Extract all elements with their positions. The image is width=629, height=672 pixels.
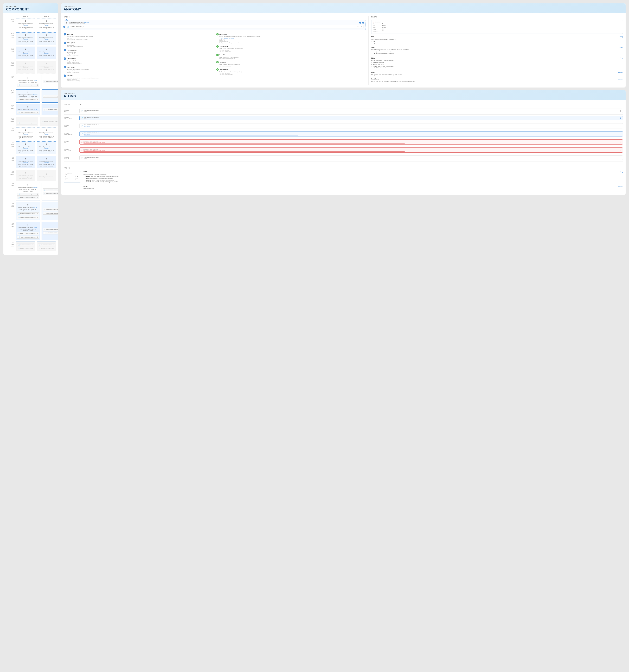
row-single-empty-hover: SingleEmptyHover ⬆ Glisser/déposer un fi… [5, 32, 56, 45]
trash-icon-hover[interactable]: 🗑 [620, 117, 621, 119]
file-icon-readonly: 📄 [81, 157, 83, 159]
variant-s-multi-filled[interactable]: 📄 Avis.BRET-2022434343.pdf 🗑 📄 Avis.BRET… [42, 182, 58, 200]
variant-m-single-filled-hover[interactable]: ⬆ Glisser/déposer un fichier ou Parcouri… [16, 89, 40, 102]
anatomy-panel: FILE UPLOAD ANATOMY SPECS 1 ⬆ Gli [61, 3, 626, 88]
trash-icon-default[interactable]: 🗑 [620, 110, 621, 112]
variant-s-multi-filled-disabled: 📄 Avis.BRET-2022434343.pdf 📄 Avis.BRET-2… [36, 241, 56, 251]
file-icon-hover: 📄 [81, 117, 83, 119]
file-item-single-filled-s: 📄 Avis.BRET-2022434343.pdf 0,5%o 🗑 [43, 80, 58, 83]
file-button-default[interactable]: 📄 Avis.BRET-2022434343.pdf 0,5%o 🗑 [79, 109, 623, 113]
variant-s-single-empty-hover[interactable]: ⬆ Glisser/déposer un fichier ou Parcouri… [36, 32, 56, 45]
row-single-empty-disabled: SingleEmptyDisabled ⬆ Glisser/déposer un… [5, 61, 56, 73]
file-name-hover: Avis.BRET-2022434343.pdf [84, 117, 619, 118]
atom-file-btn-default-label: File ButtonDefault [64, 110, 77, 112]
file-name-loading: Avis.BRET-2022434343.pdf [84, 124, 621, 125]
variant-m-single-filled-focus[interactable]: ⬆ Glisser/déposer un fichier ou Parcouri… [16, 104, 40, 115]
variant-m-multi-empty-hover[interactable]: ⬆ Glisser/déposer un fichier ou Parcouri… [16, 141, 35, 154]
row-label-multi-filled: MultiFilled [5, 182, 15, 186]
atom-file-btn-readonly-component: 📄 Avis.BRET-2022434343.pdf 0,5%o [79, 155, 623, 160]
close-icon-error[interactable]: ✕ [620, 141, 621, 143]
row-variants-multi-empty-disabled: ⬆ Glisser/déposer un fichier ou Format s… [16, 170, 56, 181]
row-label-multi-empty-focus: MultiEmptyFocus [5, 156, 15, 161]
file-item-2: 📄 Avis.BRET-2022434343.pdf 0,5%o 🗑 [17, 196, 39, 199]
row-single-filled-disabled: SingleFilledDisabled ⬆ 📄 Avis.BRET-20224… [5, 117, 56, 126]
atoms-title: ATOMS [64, 94, 623, 98]
variant-m-single-empty-focus[interactable]: ⬆ Glisser/déposer un fichier ou Parcouri… [16, 47, 35, 59]
file-icon-default: 📄 [81, 110, 83, 112]
upload-icon-s: ⬆ [45, 20, 47, 23]
size-m-header: SIZE M [16, 16, 35, 17]
variant-s-single-filled[interactable]: 📄 Avis.BRET-2022434343.pdf 0,5%o 🗑 [42, 75, 58, 88]
callout-1-dropzone: 1 Dropzone Zone par défaut de glisser-dé… [64, 33, 213, 40]
variant-m-multi-filled-hover[interactable]: ⬆ Glisser/déposer un fichier ou Parcouri… [16, 202, 40, 220]
row-label-multi-empty-hover: MultiEmptyHover [5, 141, 15, 147]
callout-c-icone-file: c Icône File Icône pour illustrer le fic… [216, 54, 366, 59]
row-label-single-filled: SingleFilled [5, 75, 15, 79]
size-headers: SIZE M SIZE S [5, 16, 56, 17]
callout-7-text-max: 7 Text Max Texte pour indiquer le nombre… [64, 74, 213, 81]
row-variants-multi-empty-focus: ⬆ Glisser/déposer un fichier ou Parcouri… [16, 156, 56, 168]
loading-text: Uploading... [84, 125, 621, 127]
file-button-readonly[interactable]: 📄 Avis.BRET-2022434343.pdf 0,5%o [79, 155, 623, 160]
anatomy-labels: 1 Dropzone Zone par défaut de glisser-dé… [64, 33, 366, 83]
anatomy-title: ANATOMY [64, 7, 623, 11]
variant-s-multi-empty[interactable]: ⬆ Glisser/déposer un fichier ou Parcouri… [36, 127, 56, 140]
variant-m-single-empty[interactable]: ⬆ Glisser/déposer un fichier ou Parcouri… [16, 18, 35, 31]
variant-s-single-empty[interactable]: ⬆ Glisser/déposer un fichier ou Parcouri… [36, 18, 56, 31]
prop-size: Size string Taille du composant. Peut pr… [371, 36, 623, 44]
variant-m-multi-filled-disabled: 📄 Avis.BRET-2022434343.pdf 📄 Avis.BRET-2… [16, 241, 35, 251]
file-icon-loading-hover: 📄 [81, 133, 83, 135]
variant-m-multi-empty-focus[interactable]: ⬆ Glisser/déposer un fichier ou Parcouri… [16, 156, 35, 168]
variant-s-single-filled-focus[interactable]: 📄 Avis.BRET-2022434343.pdf 0,5%o 🗑 [42, 104, 58, 115]
atoms-panel: FILE UPLOAD ATOMS Icon Upload ☁ File But… [61, 90, 626, 195]
variant-m-single-filled[interactable]: ⬆ Glisser/déposer un fichier ou Parcouri… [16, 75, 40, 88]
row-variants-multi-filled-hover: ⬆ Glisser/déposer un fichier ou Parcouri… [16, 202, 58, 220]
row-variants-single-filled-focus: ⬆ Glisser/déposer un fichier ou Parcouri… [16, 104, 58, 115]
prop-state: State string État du composant. 4 valeur… [371, 57, 623, 69]
variant-m-multi-empty[interactable]: ⬆ Glisser/déposer un fichier ou Parcouri… [16, 127, 35, 140]
variant-s-multi-empty-hover[interactable]: ⬆ Glisser/déposer un fichier ou Parcouri… [36, 141, 56, 154]
row-variants-single-empty-focus: ⬆ Glisser/déposer un fichier ou Parcouri… [16, 47, 56, 59]
atoms-prop-state: State string État du composant. 3 valeur… [83, 171, 623, 183]
variant-s-single-empty-focus[interactable]: ⬆ Glisser/déposer un fichier ou Parcouri… [36, 47, 56, 59]
file-button-loading-hover[interactable]: 📄 Avis.BRET-2022434343.pdf Uploading... … [79, 131, 623, 137]
row-label-single-filled-focus: SingleFilledFocus [5, 104, 15, 109]
upload-icon-hover: ⬆ [24, 34, 27, 37]
variant-m-multi-filled-focus[interactable]: ⬆ Glisser/déposer un fichier ou Parcouri… [16, 222, 40, 240]
anatomy-col-left: 1 Dropzone Zone par défaut de glisser-dé… [64, 33, 213, 83]
row-variants-single-empty-hover: ⬆ Glisser/déposer un fichier ou Parcouri… [16, 32, 56, 45]
variant-s-multi-filled-focus[interactable]: 📄 Avis.BRET-2022434343.pdf 🗑 📄 Avis.BRET… [42, 222, 58, 240]
close-icon-error-hover[interactable]: ✕ [620, 149, 621, 151]
row-variants-multi-filled-disabled: 📄 Avis.BRET-2022434343.pdf 📄 Avis.BRET-2… [16, 241, 56, 251]
row-single-filled-focus: SingleFilledFocus ⬆ Glisser/déposer un f… [5, 104, 56, 115]
left-panel-header: FILE UPLOAD COMPONENT [3, 3, 58, 14]
variant-m-multi-filled[interactable]: ⬆ Glisser/déposer un fichier ou Parcouri… [16, 182, 40, 200]
file-button-error[interactable]: ⚠ Avis.BRET-2022434343.pdf Fichier trop … [79, 139, 623, 145]
file-size-hover: 0,5%o [84, 118, 619, 119]
variant-m-single-filled-disabled: ⬆ 📄 Avis.BRET-2022434343.pdf 0,5%o [16, 117, 38, 126]
row-variants-multi-empty: ⬆ Glisser/déposer un fichier ou Parcouri… [16, 127, 56, 140]
specs-title: SPECS [64, 16, 366, 18]
variant-s-multi-filled-hover[interactable]: 📄 Avis.BRET-2022434343.pdf 🗑 📄 Avis.BRET… [42, 202, 58, 220]
variant-s-multi-empty-focus[interactable]: ⬆ Glisser/déposer un fichier ou Parcouri… [36, 156, 56, 168]
upload-text-s: Glisser/déposer un fichier ou Parcourir [38, 23, 55, 26]
row-multi-filled-hover: MultiFilledHover ⬆ Glisser/déposer un fi… [5, 202, 56, 220]
variant-m-single-empty-hover[interactable]: ⬆ Glisser/déposer un fichier ou Parcouri… [16, 32, 35, 45]
file-item-1: 📄 Avis.BRET-2022434343.pdf 0,5%o 🗑 [17, 193, 39, 196]
prop-conditions: Conditions boolean Affichage ou non des … [371, 78, 623, 82]
variant-s-single-filled-hover[interactable]: 📄 Avis.BRET-2022434343.pdf 0,5%o 🗑 [42, 89, 58, 102]
file-button-error-hover[interactable]: ⚠ Avis.BRET-2022434343.pdf Fichier trop … [79, 147, 623, 152]
upload-text: Glisser/déposer un fichier ou Parcourir [17, 23, 34, 26]
row-single-filled: SingleFilled ⬆ Glisser/déposer un fichie… [5, 75, 56, 88]
atom-file-btn-error-label: File ButtonError [64, 141, 77, 143]
left-content: SIZE M SIZE S SingleEmpty ⬆ Glisser/dépo… [3, 14, 58, 255]
row-multi-empty-focus: MultiEmptyFocus ⬆ Glisser/déposer un fic… [5, 156, 56, 168]
callout-3-icon-upload: 3 Icône upload Icône upload token : icon… [64, 42, 213, 47]
row-multi-empty-disabled: MultiEmptyDisabled ⬆ Glisser/déposer un … [5, 170, 56, 181]
atom-file-btn-default: File ButtonDefault 📄 Avis.BRET-202243434… [64, 109, 623, 115]
file-button-default-hover[interactable]: 📄 Avis.BRET-2022434343.pdf 0,5%o 🗑 [79, 116, 623, 120]
file-button-loading[interactable]: 📄 Avis.BRET-2022434343.pdf Uploading... [79, 123, 623, 128]
right-panel: FILE UPLOAD ANATOMY SPECS 1 ⬆ Gli [61, 3, 626, 195]
row-variants-multi-empty-hover: ⬆ Glisser/déposer un fichier ou Parcouri… [16, 141, 56, 154]
upload-text-hover: Glisser/déposer un fichier ou Parcourir [17, 37, 34, 40]
